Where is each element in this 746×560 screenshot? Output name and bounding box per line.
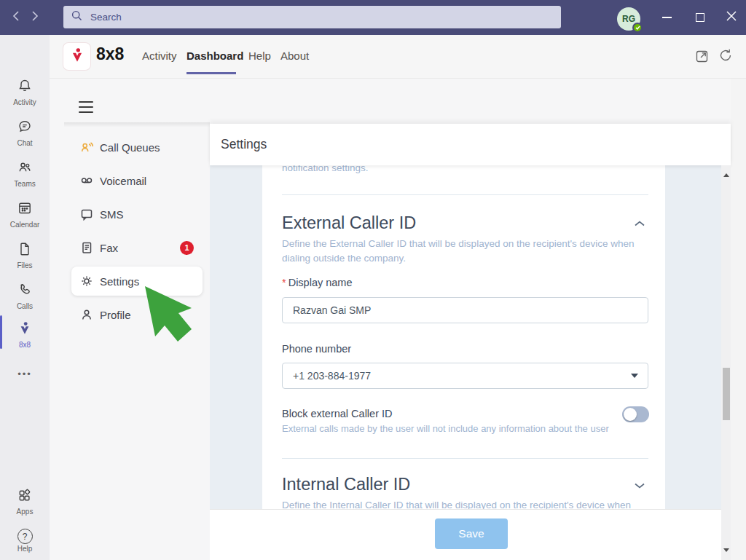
rail-item-calls[interactable]: Calls xyxy=(0,281,50,319)
calendar-icon xyxy=(16,200,34,220)
display-name-input[interactable] xyxy=(282,297,648,323)
forward-button[interactable] xyxy=(28,10,42,25)
chevron-down-icon xyxy=(634,479,645,492)
block-caller-id-label: Block external Caller ID xyxy=(282,408,393,419)
8x8-logo-icon xyxy=(16,320,34,340)
scroll-down-arrow-icon[interactable] xyxy=(723,548,729,552)
sidebar-item-label: Call Queues xyxy=(100,141,160,154)
external-caller-id-description: Define the External Caller ID that will … xyxy=(282,237,643,265)
fax-document-icon xyxy=(80,241,93,254)
popout-button[interactable] xyxy=(694,48,711,66)
phone-number-select[interactable]: +1 203-884-1977 xyxy=(282,363,648,389)
teams-rail: Activity Chat Teams Calendar Files Calls… xyxy=(0,35,50,560)
sidebar-item-voicemail[interactable]: Voicemail xyxy=(71,166,203,195)
tab-dashboard[interactable]: Dashboard xyxy=(186,50,243,62)
rail-label: Help xyxy=(17,545,33,553)
phone-number-value: +1 203-884-1977 xyxy=(293,370,371,382)
maximize-button[interactable] xyxy=(686,0,715,35)
save-button[interactable]: Save xyxy=(435,518,508,549)
active-tab-underline xyxy=(186,72,236,74)
sidebar-item-sms[interactable]: SMS xyxy=(71,200,203,229)
rail-more-button[interactable]: ••• xyxy=(0,368,50,379)
internal-caller-id-heading: Internal Caller ID xyxy=(282,475,410,494)
sidebar-item-label: Voicemail xyxy=(100,175,146,187)
rail-label: 8x8 xyxy=(19,341,31,349)
page-title-bar: Settings xyxy=(210,124,731,165)
rail-item-help[interactable]: ? Help xyxy=(0,529,50,560)
expand-section-button[interactable] xyxy=(634,479,645,492)
sidebar-item-fax[interactable]: Fax 1 xyxy=(71,233,203,262)
block-caller-id-toggle[interactable] xyxy=(622,406,649,422)
rail-label: Teams xyxy=(14,180,35,188)
back-button[interactable] xyxy=(9,10,23,25)
tab-help[interactable]: Help xyxy=(248,50,271,62)
chevron-left-icon xyxy=(12,10,20,25)
menu-toggle-button[interactable] xyxy=(79,101,93,113)
rail-item-calendar[interactable]: Calendar xyxy=(0,200,50,237)
apps-icon xyxy=(16,486,34,507)
rail-item-8x8[interactable]: 8x8 xyxy=(0,320,50,358)
settings-scroll-area: notification settings. External Caller I… xyxy=(210,165,721,560)
avatar[interactable]: RG xyxy=(617,7,640,31)
section-divider xyxy=(282,194,648,195)
sidebar-item-label: Settings xyxy=(100,275,139,288)
sidebar-item-label: SMS xyxy=(100,208,124,221)
minimize-button[interactable] xyxy=(652,0,681,35)
refresh-icon xyxy=(718,47,734,66)
rail-item-chat[interactable]: Chat xyxy=(0,118,50,156)
rail-item-activity[interactable]: Activity xyxy=(0,77,50,115)
collapse-section-button[interactable] xyxy=(634,217,645,230)
tab-about[interactable]: About xyxy=(280,50,309,62)
tab-activity[interactable]: Activity xyxy=(142,50,177,62)
chevron-up-icon xyxy=(634,217,645,229)
rail-label: Calendar xyxy=(10,221,40,229)
close-icon xyxy=(726,11,737,24)
rail-label: Apps xyxy=(17,508,34,516)
brand-name: 8x8 xyxy=(96,44,124,64)
help-icon: ? xyxy=(17,529,33,544)
dropdown-caret-icon xyxy=(631,374,638,378)
teams-titlebar: RG xyxy=(0,0,746,35)
phone-icon xyxy=(16,281,34,301)
sidebar-item-label: Profile xyxy=(100,309,131,321)
sidebar-item-profile[interactable]: Profile xyxy=(71,300,203,329)
scrollbar-thumb[interactable] xyxy=(723,368,730,420)
rail-label: Calls xyxy=(17,302,33,310)
voicemail-icon xyxy=(80,174,93,187)
clipped-notification-text: notification settings. xyxy=(282,165,369,173)
vertical-scrollbar[interactable] xyxy=(721,165,731,560)
content-right-gutter xyxy=(731,79,746,560)
8x8-logo-tile xyxy=(63,43,90,70)
rail-item-files[interactable]: Files xyxy=(0,240,50,278)
external-caller-id-heading: External Caller ID xyxy=(282,213,416,233)
people-icon xyxy=(16,159,34,179)
search-box[interactable] xyxy=(63,6,561,28)
sidebar-item-call-queues[interactable]: Call Queues xyxy=(71,133,203,162)
sidebar-item-settings[interactable]: Settings xyxy=(71,267,203,296)
block-caller-id-description: External calls made by the user will not… xyxy=(282,422,643,436)
scroll-up-arrow-icon[interactable] xyxy=(723,173,729,177)
search-icon xyxy=(71,10,82,24)
page-title: Settings xyxy=(221,124,267,165)
8x8-logo-icon xyxy=(68,46,87,68)
fax-unread-badge: 1 xyxy=(180,241,194,255)
chat-icon xyxy=(16,118,34,138)
section-divider xyxy=(282,458,648,459)
file-icon xyxy=(16,240,34,261)
rail-label: Files xyxy=(17,261,32,269)
presence-available-icon xyxy=(632,23,643,33)
display-name-label: *Display name xyxy=(282,277,353,288)
close-button[interactable] xyxy=(717,0,746,35)
phone-number-label: Phone number xyxy=(282,343,351,355)
popout-icon xyxy=(695,48,710,66)
search-input[interactable] xyxy=(89,11,497,23)
refresh-button[interactable] xyxy=(717,48,734,66)
app-sidebar: Call Queues Voicemail SMS Fax 1 Settings… xyxy=(64,122,210,560)
chevron-right-icon xyxy=(31,10,39,25)
rail-item-teams[interactable]: Teams xyxy=(0,159,50,197)
rail-item-apps[interactable]: Apps xyxy=(0,486,50,524)
app-window: RG Activity Chat Teams Calendar Fil xyxy=(0,0,746,560)
sms-icon xyxy=(80,208,93,221)
footer-bar: Save xyxy=(210,510,721,560)
bell-icon xyxy=(16,77,34,98)
